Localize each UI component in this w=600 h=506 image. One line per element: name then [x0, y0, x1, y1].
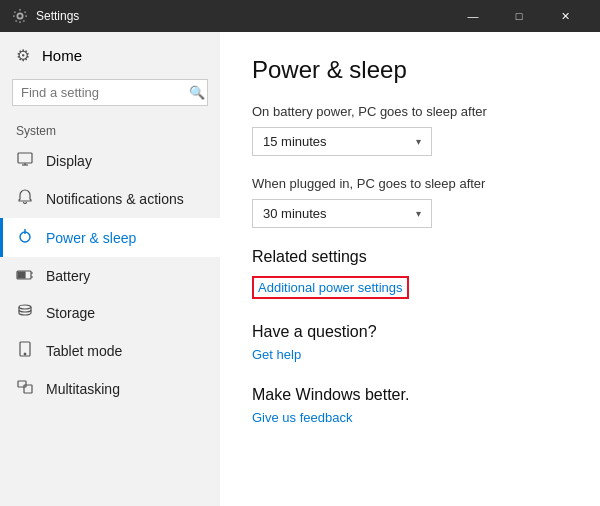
battery-label: Battery	[46, 268, 90, 284]
plugged-sleep-label: When plugged in, PC goes to sleep after	[252, 176, 568, 191]
window-controls: — □ ✕	[450, 0, 588, 32]
title-bar: Settings — □ ✕	[0, 0, 600, 32]
get-help-link[interactable]: Get help	[252, 347, 568, 362]
sidebar-item-multitasking[interactable]: Multitasking	[0, 370, 220, 407]
app-body: Home 🔍 System Display	[0, 32, 600, 506]
display-icon	[16, 152, 34, 169]
window-title: Settings	[36, 9, 450, 23]
notifications-icon	[16, 189, 34, 208]
multitasking-icon	[16, 380, 34, 397]
sidebar-item-home[interactable]: Home	[0, 36, 220, 75]
svg-point-9	[19, 305, 31, 309]
battery-sleep-label: On battery power, PC goes to sleep after	[252, 104, 568, 119]
svg-rect-13	[24, 385, 32, 393]
search-icon: 🔍	[189, 85, 205, 100]
svg-rect-0	[18, 153, 32, 163]
search-box[interactable]: 🔍	[12, 79, 208, 106]
sidebar-item-storage[interactable]: Storage	[0, 294, 220, 331]
gear-icon	[16, 46, 30, 65]
battery-chevron-icon: ▾	[416, 136, 421, 147]
sidebar-item-tablet[interactable]: Tablet mode	[0, 331, 220, 370]
battery-icon	[16, 267, 34, 284]
content-area: Power & sleep On battery power, PC goes …	[220, 32, 600, 506]
plugged-sleep-dropdown[interactable]: 30 minutes ▾	[252, 199, 432, 228]
plugged-sleep-value: 30 minutes	[263, 206, 327, 221]
plugged-chevron-icon: ▾	[416, 208, 421, 219]
power-icon	[16, 228, 34, 247]
question-title: Have a question?	[252, 323, 568, 341]
tablet-icon	[16, 341, 34, 360]
storage-icon	[16, 304, 34, 321]
page-title: Power & sleep	[252, 56, 568, 84]
sidebar-item-notifications[interactable]: Notifications & actions	[0, 179, 220, 218]
sidebar-item-power[interactable]: Power & sleep	[0, 218, 220, 257]
battery-sleep-value: 15 minutes	[263, 134, 327, 149]
tablet-label: Tablet mode	[46, 343, 122, 359]
close-button[interactable]: ✕	[542, 0, 588, 32]
sidebar-section-label: System	[0, 118, 220, 142]
sidebar-item-battery[interactable]: Battery	[0, 257, 220, 294]
notifications-label: Notifications & actions	[46, 191, 184, 207]
home-label: Home	[42, 47, 82, 64]
power-label: Power & sleep	[46, 230, 136, 246]
battery-sleep-dropdown[interactable]: 15 minutes ▾	[252, 127, 432, 156]
settings-window-icon	[12, 8, 28, 24]
search-input[interactable]	[21, 85, 189, 100]
maximize-button[interactable]: □	[496, 0, 542, 32]
sidebar: Home 🔍 System Display	[0, 32, 220, 506]
multitasking-label: Multitasking	[46, 381, 120, 397]
storage-label: Storage	[46, 305, 95, 321]
make-better-title: Make Windows better.	[252, 386, 568, 404]
related-settings-title: Related settings	[252, 248, 568, 266]
additional-power-settings-link[interactable]: Additional power settings	[252, 276, 409, 299]
svg-rect-8	[18, 272, 25, 278]
svg-rect-12	[18, 381, 26, 387]
feedback-link[interactable]: Give us feedback	[252, 410, 568, 425]
minimize-button[interactable]: —	[450, 0, 496, 32]
sidebar-item-display[interactable]: Display	[0, 142, 220, 179]
svg-point-11	[24, 353, 26, 355]
display-label: Display	[46, 153, 92, 169]
